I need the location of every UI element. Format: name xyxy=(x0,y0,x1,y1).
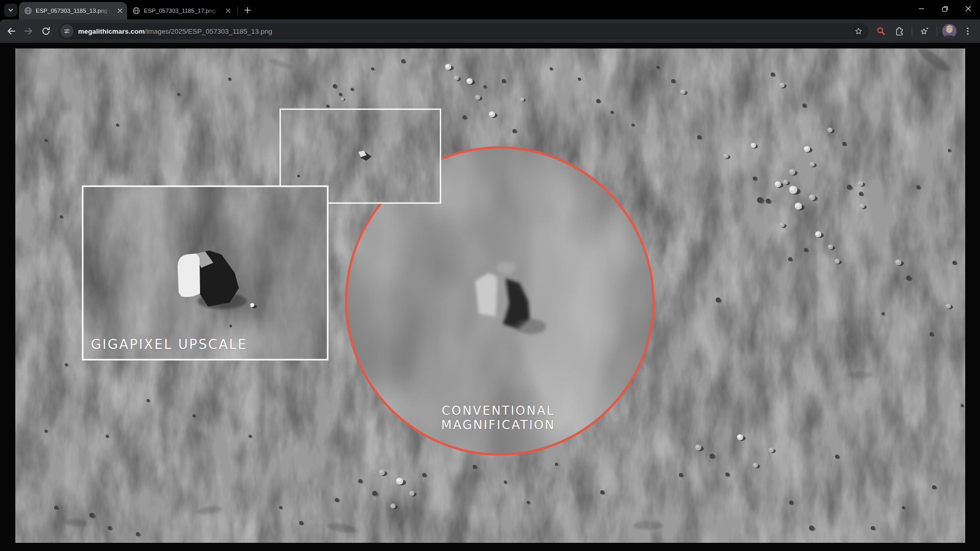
reload-icon xyxy=(41,26,51,36)
close-window-button[interactable] xyxy=(957,0,980,17)
red-magnifier-icon xyxy=(876,26,886,36)
inset-label: GIGAPIXEL UPSCALE xyxy=(91,337,248,352)
browser-window: ESP_057303_1185_13.png (1861 ESP_057303_… xyxy=(0,0,980,551)
star-icon xyxy=(854,27,863,36)
tab-title: ESP_057303_1185_13.png (1861 xyxy=(36,8,112,14)
reload-button[interactable] xyxy=(38,23,54,39)
url-host: megalithicmars.com xyxy=(78,28,145,35)
bookmark-star-button[interactable] xyxy=(851,24,866,38)
plus-icon xyxy=(244,7,251,14)
puzzle-piece-icon xyxy=(894,26,904,36)
tab-title: ESP_057303_1185_17.png (1861 xyxy=(144,8,220,14)
restore-button[interactable] xyxy=(933,0,957,17)
browser-toolbar: megalithicmars.com/images/2025/ESP_05730… xyxy=(0,19,980,43)
restore-icon xyxy=(942,6,948,12)
close-icon xyxy=(117,8,123,14)
address-bar[interactable]: megalithicmars.com/images/2025/ESP_05730… xyxy=(58,23,869,39)
site-info-button[interactable] xyxy=(60,24,74,38)
back-button[interactable] xyxy=(3,23,19,39)
tune-sliders-icon xyxy=(63,27,71,35)
back-arrow-icon xyxy=(6,26,16,36)
tab-close-button[interactable] xyxy=(224,7,232,15)
tab-close-button[interactable] xyxy=(116,7,124,15)
extension-magnifier-button[interactable] xyxy=(873,23,889,39)
menu-kebab-button[interactable] xyxy=(960,23,976,39)
url-path: /images/2025/ESP_057303_1185_13.png xyxy=(145,28,273,35)
forward-button[interactable] xyxy=(20,23,37,39)
circle-label-line2: MAGNIFICATION xyxy=(441,418,555,432)
three-dot-menu-icon xyxy=(963,27,972,36)
minimize-button[interactable] xyxy=(910,0,933,17)
tab-esp-057303-1185-17[interactable]: ESP_057303_1185_17.png (1861 xyxy=(127,2,235,19)
window-controls xyxy=(910,0,980,17)
tab-strip: ESP_057303_1185_13.png (1861 ESP_057303_… xyxy=(0,0,980,19)
chevron-down-icon xyxy=(7,6,15,14)
profile-avatar[interactable] xyxy=(941,23,958,39)
star-sparkle-icon xyxy=(919,26,929,36)
minimize-icon xyxy=(918,6,924,12)
toolbar-actions xyxy=(873,23,976,39)
close-icon xyxy=(965,6,971,12)
tab-divider xyxy=(237,7,238,15)
forward-arrow-icon xyxy=(23,26,34,36)
globe-favicon-icon xyxy=(24,7,32,15)
circle-label-line1: CONVENTIONAL xyxy=(442,404,555,418)
globe-favicon-icon xyxy=(132,7,140,15)
mars-image[interactable]: CONVENTIONAL MAGNIFICATION xyxy=(15,48,965,543)
url-text: megalithicmars.com/images/2025/ESP_05730… xyxy=(78,28,851,35)
extensions-button[interactable] xyxy=(891,23,908,39)
gigapixel-inset: GIGAPIXEL UPSCALE xyxy=(83,186,328,360)
close-icon xyxy=(225,8,231,14)
page-content: CONVENTIONAL MAGNIFICATION xyxy=(0,43,980,551)
tab-search-button[interactable] xyxy=(4,4,17,17)
bookmarks-panel-button[interactable] xyxy=(916,23,933,39)
avatar-photo xyxy=(942,23,957,39)
image-stage: CONVENTIONAL MAGNIFICATION xyxy=(15,48,965,543)
toolbar-separator xyxy=(912,27,912,36)
tab-esp-057303-1185-13[interactable]: ESP_057303_1185_13.png (1861 xyxy=(19,2,127,19)
new-tab-button[interactable] xyxy=(241,4,254,17)
toolbar-separator xyxy=(937,27,937,36)
